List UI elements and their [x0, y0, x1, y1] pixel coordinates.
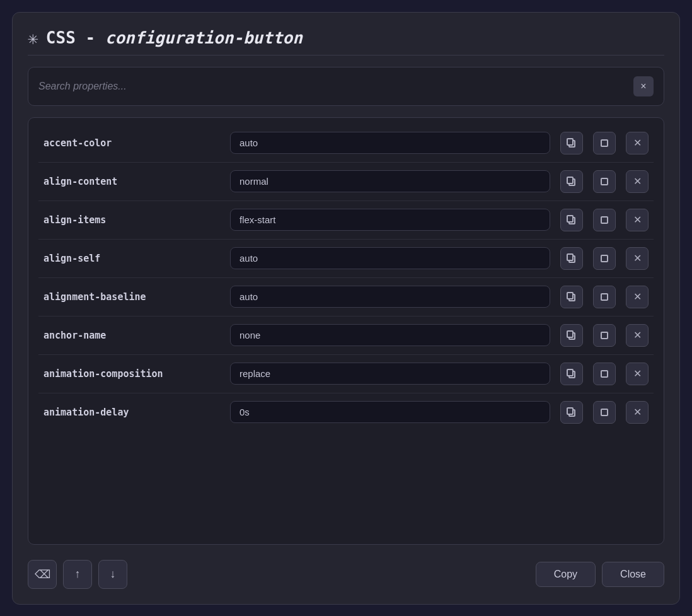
square-property-button[interactable]	[593, 286, 616, 308]
square-property-button[interactable]	[593, 247, 616, 270]
remove-property-button[interactable]: ✕	[626, 286, 649, 308]
property-value-input[interactable]	[230, 132, 550, 154]
copy-icon	[567, 215, 577, 225]
title-sub: configuration-button	[105, 28, 303, 47]
property-value-input[interactable]	[230, 170, 550, 192]
square-icon	[601, 255, 608, 262]
table-row: animation-composition ✕	[38, 355, 654, 393]
square-property-button[interactable]	[593, 132, 616, 154]
star-icon: ✳	[28, 28, 38, 49]
property-name: animation-delay	[43, 407, 220, 418]
square-icon	[601, 409, 608, 416]
table-row: anchor-name ✕	[38, 317, 654, 355]
close-button[interactable]: Close	[602, 562, 664, 587]
copy-property-button[interactable]	[560, 170, 583, 193]
close-icon: ✕	[633, 292, 642, 302]
copy-property-button[interactable]	[560, 247, 583, 270]
remove-property-button[interactable]: ✕	[626, 401, 649, 424]
search-area: ×	[28, 67, 664, 106]
square-icon	[601, 178, 608, 185]
copy-property-button[interactable]	[560, 132, 583, 154]
copy-property-button[interactable]	[560, 209, 583, 231]
title-bar: ✳ CSS - configuration-button	[28, 28, 664, 55]
close-icon: ✕	[633, 253, 642, 264]
footer-left-controls: ⌫ ↑ ↓	[28, 560, 127, 589]
copy-icon	[567, 138, 577, 148]
footer: ⌫ ↑ ↓ Copy Close	[28, 556, 664, 589]
square-icon	[601, 370, 608, 378]
table-row: align-self ✕	[38, 240, 654, 278]
properties-panel: accent-color ✕ align-content	[28, 117, 664, 545]
close-icon: ✕	[633, 407, 642, 417]
table-row: animation-delay ✕	[38, 393, 654, 431]
title-main: CSS	[46, 28, 76, 47]
property-value-input[interactable]	[230, 401, 550, 423]
copy-icon	[567, 253, 577, 264]
css-properties-dialog: ✳ CSS - configuration-button × accent-co…	[12, 12, 680, 605]
remove-property-button[interactable]: ✕	[626, 363, 649, 385]
search-input[interactable]	[38, 81, 627, 92]
copy-icon	[567, 292, 577, 302]
arrow-up-button[interactable]: ↑	[63, 560, 92, 589]
square-property-button[interactable]	[593, 401, 616, 424]
square-icon	[601, 332, 608, 339]
property-value-input[interactable]	[230, 286, 550, 308]
copy-icon	[567, 407, 577, 417]
remove-property-button[interactable]: ✕	[626, 132, 649, 154]
square-icon	[601, 293, 608, 301]
property-name: align-self	[43, 253, 220, 264]
table-row: align-content ✕	[38, 163, 654, 201]
property-value-input[interactable]	[230, 209, 550, 231]
remove-property-button[interactable]: ✕	[626, 247, 649, 270]
title-separator: -	[76, 28, 105, 47]
close-icon: ✕	[633, 138, 642, 148]
copy-icon	[567, 177, 577, 187]
property-value-input[interactable]	[230, 363, 550, 385]
table-row: align-items ✕	[38, 201, 654, 240]
property-name: accent-color	[43, 137, 220, 149]
remove-property-button[interactable]: ✕	[626, 324, 649, 347]
copy-icon	[567, 369, 577, 379]
backspace-button[interactable]: ⌫	[28, 560, 57, 589]
property-value-input[interactable]	[230, 247, 550, 269]
copy-property-button[interactable]	[560, 286, 583, 308]
copy-button[interactable]: Copy	[536, 562, 596, 587]
property-value-input[interactable]	[230, 324, 550, 346]
table-row: accent-color ✕	[38, 124, 654, 163]
square-property-button[interactable]	[593, 170, 616, 193]
square-property-button[interactable]	[593, 324, 616, 347]
close-icon: ✕	[633, 330, 642, 340]
remove-property-button[interactable]: ✕	[626, 170, 649, 193]
copy-property-button[interactable]	[560, 324, 583, 347]
property-name: align-content	[43, 176, 220, 187]
table-row: alignment-baseline ✕	[38, 278, 654, 317]
property-name: alignment-baseline	[43, 291, 220, 303]
square-property-button[interactable]	[593, 209, 616, 231]
search-clear-button[interactable]: ×	[633, 76, 654, 96]
arrow-down-button[interactable]: ↓	[98, 560, 127, 589]
property-name: align-items	[43, 214, 220, 226]
close-icon: ✕	[633, 369, 642, 379]
square-property-button[interactable]	[593, 363, 616, 385]
square-icon	[601, 139, 608, 147]
copy-property-button[interactable]	[560, 363, 583, 385]
close-icon: ✕	[633, 177, 642, 187]
copy-icon	[567, 330, 577, 340]
square-icon	[601, 216, 608, 224]
remove-property-button[interactable]: ✕	[626, 209, 649, 231]
property-name: animation-composition	[43, 368, 220, 380]
footer-right-controls: Copy Close	[536, 562, 664, 587]
copy-property-button[interactable]	[560, 401, 583, 424]
property-name: anchor-name	[43, 330, 220, 341]
close-icon: ✕	[633, 215, 642, 225]
dialog-title: CSS - configuration-button	[46, 28, 303, 47]
